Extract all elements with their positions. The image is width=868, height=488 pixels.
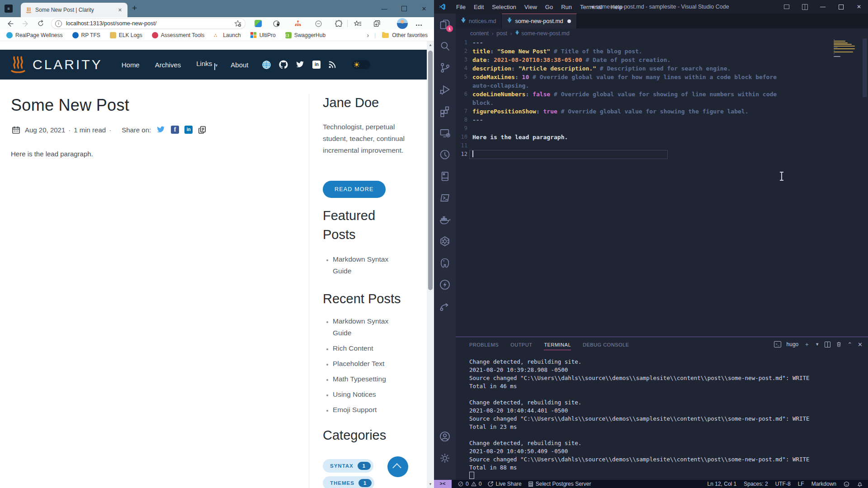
split-terminal-icon[interactable]	[825, 342, 830, 347]
bookmark-item[interactable]: { }SwaggerHub	[285, 32, 326, 38]
remote-explorer-icon[interactable]	[434, 122, 456, 144]
bookmark-item[interactable]: Assessment Tools	[152, 32, 205, 38]
extensions-puzzle-icon[interactable]	[334, 19, 344, 28]
source-control-icon[interactable]	[434, 57, 456, 79]
linkedin-icon[interactable]: in	[312, 61, 321, 69]
code-lines[interactable]: 1---2title: "Some New Post" # Title of t…	[456, 38, 868, 159]
editor-tab-some-new-post.md[interactable]: some-new-post.md	[502, 14, 576, 28]
bookmarks-overflow-icon[interactable]: ›	[367, 32, 369, 39]
extensions-icon[interactable]	[434, 100, 456, 122]
address-bar[interactable]: i localhost:1313/post/some-new-post/	[52, 19, 245, 28]
site-logo-text[interactable]: CLARITY	[33, 57, 103, 72]
nav-item-home[interactable]: Home	[122, 61, 140, 69]
panel-tab-problems[interactable]: PROBLEMS	[469, 339, 499, 350]
back-icon[interactable]	[5, 19, 15, 28]
read-more-button[interactable]: READ MORE	[323, 181, 386, 198]
code-line[interactable]: 6codeLineNumbers: false # Override globa…	[456, 90, 868, 99]
code-line[interactable]: 10Here is the lead paragraph.	[456, 133, 868, 141]
clarity-logo-icon[interactable]	[9, 55, 27, 75]
code-line[interactable]: 5codeMaxLines: 10 # Override global valu…	[456, 73, 868, 81]
kill-terminal-icon[interactable]	[836, 341, 842, 347]
code-line[interactable]: 3date: 2021-08-20T10:38:38-05:00 # Date …	[456, 56, 868, 64]
terminal-output[interactable]: Change detected, rebuilding site.2021-08…	[469, 358, 810, 480]
browser-close-button[interactable]: ✕	[414, 0, 434, 17]
bookmark-item[interactable]: ∴Launch	[214, 32, 241, 38]
scrollbar-up-icon[interactable]: ▲	[427, 43, 434, 47]
rss-icon[interactable]	[328, 61, 336, 69]
dark-mode-toggle[interactable]	[352, 60, 370, 69]
favorites-icon[interactable]	[353, 19, 363, 28]
twitter-icon[interactable]	[296, 60, 305, 69]
browser-minimize-button[interactable]: —	[374, 0, 394, 17]
panel-tab-debug-console[interactable]: DEBUG CONSOLE	[583, 339, 629, 350]
terminal-dropdown-icon[interactable]: ▼	[815, 342, 819, 347]
share-facebook-icon[interactable]: f	[171, 126, 179, 134]
explorer-icon[interactable]: 1	[434, 14, 456, 35]
extension-sitemap-icon[interactable]	[293, 19, 303, 28]
scrollbar-down-icon[interactable]: ▼	[427, 482, 434, 486]
code-stream-icon[interactable]	[434, 296, 456, 317]
gitlens-icon[interactable]	[434, 144, 456, 165]
code-line[interactable]: 11	[456, 141, 868, 150]
refresh-icon[interactable]	[35, 19, 46, 28]
minimap[interactable]	[834, 39, 861, 61]
url-text[interactable]: localhost:1313/post/some-new-post/	[66, 20, 234, 27]
scrollbar-thumb[interactable]	[428, 51, 433, 290]
code-line[interactable]: 1---	[456, 38, 868, 47]
vscode-maximize-button[interactable]	[832, 0, 850, 14]
new-terminal-icon[interactable]: ＋	[804, 340, 810, 348]
kubernetes-icon[interactable]	[434, 230, 456, 252]
tab-close-icon[interactable]: ✕	[116, 6, 124, 14]
status-item[interactable]: Markdown	[811, 481, 836, 487]
panel-tab-terminal[interactable]: TERMINAL	[544, 339, 571, 350]
nav-item-archives[interactable]: Archives	[155, 61, 181, 69]
notebook-icon[interactable]	[434, 165, 456, 187]
extension-privacy-icon[interactable]	[271, 19, 281, 28]
breadcrumb-item[interactable]: content	[470, 30, 489, 37]
extension-collapse-icon[interactable]	[313, 19, 323, 28]
menu-edit[interactable]: Edit	[470, 4, 488, 10]
shell-label[interactable]: hugo	[787, 341, 799, 347]
collections-icon[interactable]	[372, 19, 382, 28]
search-icon[interactable]	[434, 35, 456, 57]
menu-file[interactable]: File	[452, 4, 470, 10]
code-line[interactable]: block.	[456, 99, 868, 107]
code-line[interactable]: 9	[456, 124, 868, 133]
unsaved-dot-icon[interactable]	[567, 19, 571, 23]
post-link[interactable]: Math Typesetting	[333, 373, 401, 385]
github-icon[interactable]	[279, 60, 288, 69]
editor-tab-notices.md[interactable]: notices.md	[456, 14, 502, 28]
category-pill-themes[interactable]: THEMES1	[323, 476, 374, 488]
vscode-close-button[interactable]: ✕	[850, 0, 868, 14]
postgres-status[interactable]: Select Postgres Server	[528, 481, 591, 487]
new-tab-button[interactable]: +	[132, 3, 137, 13]
editor-scrollbar-thumb[interactable]	[863, 38, 867, 97]
maximize-panel-icon[interactable]: ⌃	[847, 341, 852, 348]
powershell-icon[interactable]	[434, 187, 456, 209]
code-line[interactable]: 4description: "Article description." # D…	[456, 64, 868, 73]
share-linkedin-icon[interactable]: in	[184, 126, 193, 134]
live-share-status[interactable]: Live Share	[488, 481, 521, 487]
scroll-to-top-button[interactable]	[387, 456, 408, 477]
account-icon[interactable]	[434, 426, 456, 447]
browser-settings-menu-icon[interactable]: …	[414, 19, 424, 28]
other-favorites-button[interactable]: Other favorites	[392, 32, 428, 38]
post-link[interactable]: Markdown Syntax Guide	[333, 315, 401, 339]
status-item[interactable]: Ln 12, Col 1	[708, 481, 737, 487]
extension-sharepoint-icon[interactable]	[253, 19, 263, 28]
page-scrollbar[interactable]: ▲ ▼	[427, 41, 434, 488]
code-line[interactable]: auto-collapsing.	[456, 81, 868, 90]
site-info-icon[interactable]: i	[55, 20, 62, 27]
code-line[interactable]: 2title: "Some New Post" # Title of the b…	[456, 47, 868, 56]
code-line[interactable]: 7figurePositionShow: true # Override glo…	[456, 107, 868, 116]
menu-go[interactable]: Go	[541, 4, 557, 10]
panel-tab-output[interactable]: OUTPUT	[510, 339, 532, 350]
code-line[interactable]: 8---	[456, 116, 868, 124]
layout-icon[interactable]	[796, 0, 814, 14]
copy-link-icon[interactable]	[198, 126, 207, 134]
post-link[interactable]: Using Notices	[333, 389, 401, 400]
remote-indicator[interactable]: ><	[434, 480, 452, 488]
status-item[interactable]: LF	[798, 481, 804, 487]
notifications-bell-icon[interactable]	[857, 481, 863, 487]
status-item[interactable]: UTF-8	[775, 481, 791, 487]
